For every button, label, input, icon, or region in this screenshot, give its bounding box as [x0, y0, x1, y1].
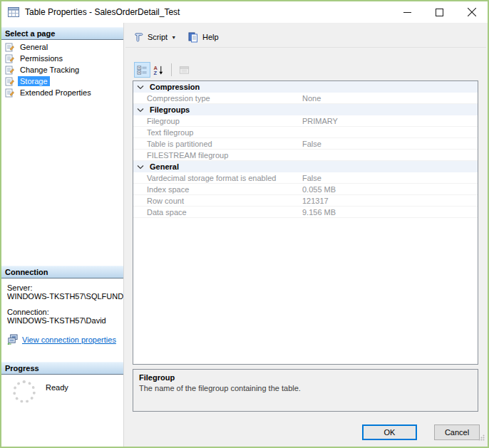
property-row-row-count[interactable]: Row count 121317 — [133, 195, 478, 207]
spinner-icon — [13, 380, 36, 403]
resize-grip[interactable] — [478, 431, 485, 444]
categorized-icon[interactable] — [134, 62, 150, 78]
description-panel: Filegroup The name of the filegroup cont… — [133, 369, 478, 412]
category-row-filegroups[interactable]: Filegroups — [133, 104, 478, 115]
property-label: Compression type — [133, 94, 302, 103]
server-label: Server: — [7, 283, 123, 292]
sidebar: Select a page General Permissions Change… — [1, 23, 124, 447]
server-value: WINDOWS-TKSTH57\SQLFUND — [7, 292, 123, 301]
maximize-icon[interactable] — [423, 1, 455, 23]
window-title: Table Properties - SalesOrderDetail_Test — [25, 7, 180, 17]
category-label: Filegroups — [150, 105, 190, 114]
help-button[interactable]: Help — [183, 30, 223, 45]
sidebar-item-storage[interactable]: Storage — [1, 75, 123, 87]
svg-text:Z: Z — [153, 70, 157, 75]
connection-label: Connection: — [7, 308, 123, 316]
connection-header: Connection — [1, 266, 123, 278]
alphabetical-sort-icon[interactable]: A Z — [150, 62, 167, 78]
help-button-label: Help — [202, 33, 219, 41]
chevron-down-icon: ▼ — [171, 35, 176, 40]
connection-value: WINDOWS-TKSTH57\David — [7, 316, 123, 325]
property-label: Data space — [133, 208, 302, 217]
property-label: Row count — [133, 197, 302, 205]
property-label: Index space — [133, 185, 302, 194]
property-value: False — [302, 174, 478, 182]
property-value: PRIMARY — [302, 117, 478, 125]
main-panel: Script ▼ Help — [124, 23, 488, 447]
window-controls — [391, 1, 488, 23]
progress-header: Progress — [1, 362, 123, 375]
minimize-icon[interactable] — [391, 1, 423, 23]
script-toolbar: Script ▼ Help — [125, 27, 486, 48]
script-button-label: Script — [148, 33, 168, 41]
property-row-compression-type[interactable]: Compression type None — [133, 93, 478, 104]
chevron-down-icon — [137, 85, 145, 90]
property-row-table-is-partitioned[interactable]: Table is partitioned False — [133, 138, 478, 150]
sidebar-item-label: Storage — [18, 76, 50, 86]
sidebar-item-change-tracking[interactable]: Change Tracking — [1, 64, 123, 75]
select-page-header: Select a page — [1, 27, 123, 40]
property-label: Vardecimal storage format is enabled — [133, 174, 302, 182]
titlebar: Table Properties - SalesOrderDetail_Test — [1, 1, 488, 23]
property-value: 0.055 MB — [302, 185, 478, 194]
script-button[interactable]: Script ▼ — [128, 30, 180, 45]
page-script-icon — [5, 54, 14, 63]
property-label: Table is partitioned — [133, 140, 302, 148]
sidebar-item-label: Permissions — [18, 53, 65, 63]
category-row-compression[interactable]: Compression — [133, 81, 478, 93]
toolbar-separator — [171, 63, 172, 76]
cancel-button[interactable]: Cancel — [434, 424, 480, 440]
description-title: Filegroup — [139, 373, 472, 382]
connection-section: Connection Server: WINDOWS-TKSTH57\SQLFU… — [1, 266, 123, 345]
description-text: The name of the filegroup containing the… — [139, 384, 472, 392]
chevron-down-icon — [137, 108, 145, 113]
help-book-icon — [187, 32, 199, 43]
property-row-filegroup[interactable]: Filegroup PRIMARY — [133, 115, 478, 127]
ok-button[interactable]: OK — [362, 424, 417, 440]
property-row-filestream-filegroup[interactable]: FILESTREAM filegroup — [133, 150, 478, 161]
chevron-down-icon — [137, 165, 145, 170]
sidebar-item-permissions[interactable]: Permissions — [1, 53, 123, 64]
view-connection-properties-link[interactable]: View connection properties — [22, 335, 116, 344]
page-script-icon — [5, 88, 14, 98]
close-icon[interactable] — [455, 1, 488, 23]
script-scroll-icon — [133, 32, 144, 43]
property-label: Filegroup — [133, 117, 302, 125]
property-grid: Compression Compression type None Filegr… — [133, 80, 478, 365]
sidebar-item-extended-properties[interactable]: Extended Properties — [1, 87, 123, 98]
property-label: FILESTREAM filegroup — [133, 151, 302, 160]
progress-status: Ready — [46, 383, 68, 403]
sidebar-item-label: Extended Properties — [18, 88, 93, 98]
property-value: None — [302, 94, 478, 103]
property-pages-icon — [176, 62, 192, 78]
category-label: Compression — [150, 83, 200, 91]
property-value: 121317 — [302, 197, 478, 205]
property-grid-toolbar: A Z — [134, 61, 192, 78]
sidebar-item-general[interactable]: General — [1, 41, 123, 53]
property-row-index-space[interactable]: Index space 0.055 MB — [133, 184, 478, 195]
sidebar-item-label: Change Tracking — [18, 65, 81, 75]
dialog-window: Table Properties - SalesOrderDetail_Test… — [0, 0, 489, 448]
progress-section: Progress Ready — [1, 362, 123, 403]
property-row-text-filegroup[interactable]: Text filegroup — [133, 127, 478, 138]
category-row-general[interactable]: General — [133, 161, 478, 172]
property-value: 9.156 MB — [302, 208, 478, 217]
property-label: Text filegroup — [133, 128, 302, 137]
sidebar-item-label: General — [18, 42, 50, 52]
network-connection-icon — [7, 334, 18, 345]
property-value: False — [302, 140, 478, 148]
page-script-icon — [5, 77, 14, 86]
page-list: General Permissions Change Tracking Stor… — [1, 41, 123, 98]
page-script-icon — [5, 43, 14, 52]
property-row-vardecimal[interactable]: Vardecimal storage format is enabled Fal… — [133, 172, 478, 184]
category-label: General — [150, 162, 179, 171]
page-script-icon — [5, 66, 14, 75]
table-icon — [8, 7, 19, 17]
property-row-data-space[interactable]: Data space 9.156 MB — [133, 207, 478, 218]
